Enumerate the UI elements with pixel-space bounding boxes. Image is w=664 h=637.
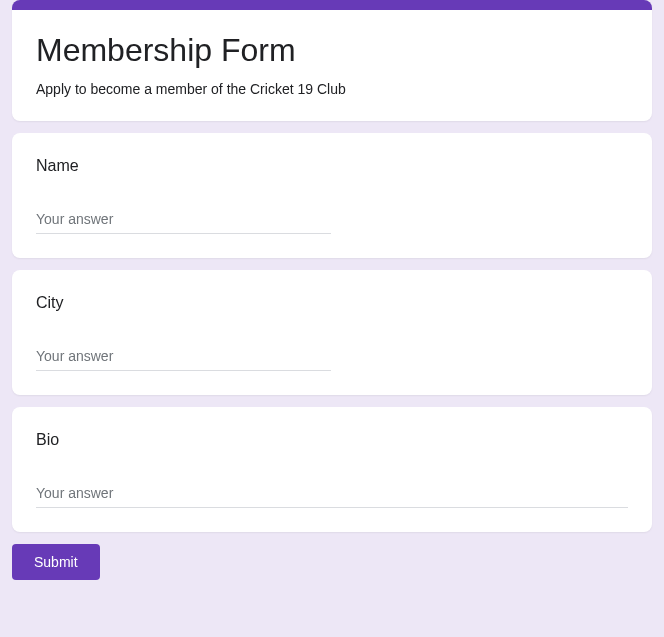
question-label-name: Name bbox=[36, 157, 628, 175]
question-card-name: Name bbox=[12, 133, 652, 258]
form-header-card: Membership Form Apply to become a member… bbox=[12, 0, 652, 121]
question-label-bio: Bio bbox=[36, 431, 628, 449]
city-input[interactable] bbox=[36, 344, 331, 371]
question-label-city: City bbox=[36, 294, 628, 312]
name-input[interactable] bbox=[36, 207, 331, 234]
form-description: Apply to become a member of the Cricket … bbox=[36, 81, 628, 97]
question-card-city: City bbox=[12, 270, 652, 395]
form-container: Membership Form Apply to become a member… bbox=[0, 0, 664, 592]
submit-button[interactable]: Submit bbox=[12, 544, 100, 580]
question-card-bio: Bio bbox=[12, 407, 652, 532]
bio-input[interactable] bbox=[36, 481, 628, 508]
form-title: Membership Form bbox=[36, 32, 628, 69]
